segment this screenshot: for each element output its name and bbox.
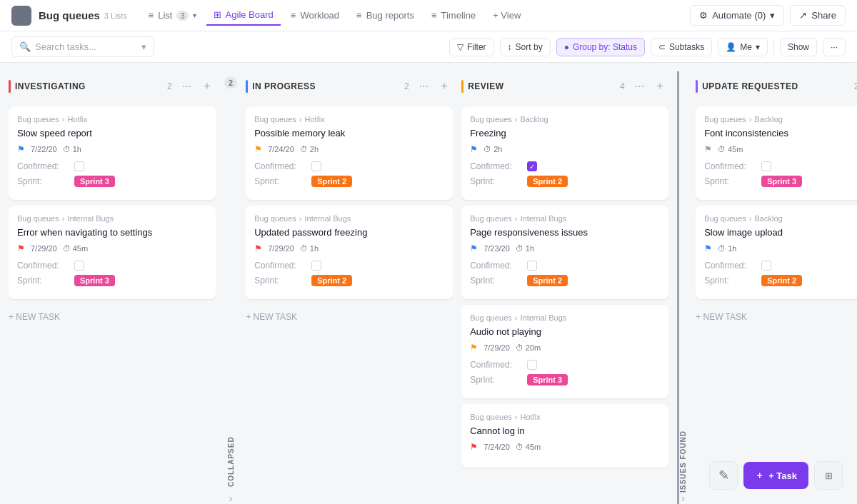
user-icon: 👤	[726, 42, 736, 52]
tab-workload[interactable]: ≡ Workload	[284, 6, 346, 25]
column-collapsed-in-progress[interactable]: 2 COLLAPSED ›	[224, 71, 237, 504]
column-in-progress: IN PROGRESS 2 ··· ＋ Bug queues › Hotfix …	[246, 71, 453, 504]
confirmed-label: Confirmed:	[470, 261, 521, 271]
card-slow-speed-report[interactable]: Bug queues › Hotfix Slow speed report ⚑ …	[9, 106, 216, 200]
confirmed-checkbox[interactable]: ✓	[527, 161, 537, 171]
column-color-investigating	[9, 80, 11, 93]
show-label: Show	[788, 42, 809, 52]
confirmed-checkbox[interactable]	[761, 161, 771, 171]
column-menu-review[interactable]: ···	[632, 79, 647, 94]
confirmed-checkbox[interactable]	[311, 161, 321, 171]
sort-label: Sort by	[516, 42, 543, 52]
card-font-inconsistencies[interactable]: Bug queues › Backlog Font inconsistencie…	[696, 106, 857, 200]
confirmed-checkbox[interactable]	[527, 360, 537, 370]
group-status-button[interactable]: ● Group by: Status	[556, 38, 645, 56]
column-count-in-progress: 2	[404, 81, 409, 91]
column-count-review: 4	[620, 81, 625, 91]
tab-timeline[interactable]: ≡ Timeline	[424, 6, 483, 25]
confirmed-checkbox[interactable]	[74, 261, 84, 271]
automate-chevron: ▾	[770, 10, 775, 21]
tab-workload-label: Workload	[300, 10, 339, 21]
grid-fab-button[interactable]: ⊞	[814, 461, 843, 490]
meta-time: ⏱ 20m	[516, 343, 541, 352]
card-cannot-log-in[interactable]: Bug queues › Hotfix Cannot log in ⚑ 7/24…	[461, 404, 668, 468]
confirmed-checkbox[interactable]	[761, 261, 771, 271]
sprint-badge: Sprint 2	[527, 275, 568, 286]
tab-list-label: List	[158, 10, 172, 21]
column-body-update-requested: Bug queues › Backlog Font inconsistencie…	[696, 106, 857, 504]
card-meta: ⚑ 7/22/20 ⏱ 1h	[17, 144, 207, 154]
meta-date: 7/29/20	[483, 343, 510, 352]
card-title: Possible memory leak	[254, 128, 444, 138]
card-title: Font inconsistencies	[704, 128, 857, 138]
issues-expand-icon: ›	[681, 493, 685, 504]
column-add-investigating[interactable]: ＋	[199, 77, 216, 95]
flag-icon: ⚑	[704, 144, 712, 154]
column-title-in-progress: IN PROGRESS	[252, 81, 400, 91]
card-sprint-field: Sprint: Sprint 2	[704, 275, 857, 286]
sort-button[interactable]: ↕ Sort by	[500, 38, 551, 56]
column-menu-in-progress[interactable]: ···	[416, 79, 431, 94]
me-button[interactable]: 👤 Me ▾	[718, 38, 768, 56]
column-collapsed-issues-found[interactable]: ISSUES FOUND ›	[677, 71, 687, 504]
confirmed-checkbox[interactable]	[74, 161, 84, 171]
search-chevron: ▾	[141, 41, 146, 52]
new-task-button-investigating[interactable]: + NEW TASK	[9, 308, 216, 326]
add-task-fab-button[interactable]: ＋ + Task	[743, 462, 808, 489]
automate-button[interactable]: ⚙ Automate (0) ▾	[690, 5, 784, 26]
card-responsiveness[interactable]: Bug queues › Internal Bugs Page responsi…	[461, 206, 668, 299]
meta-date: 7/24/20	[268, 145, 294, 153]
nav-tabs: ≡ List 3 ▾ ⊞ Agile Board ≡ Workload ≡ Bu…	[141, 5, 691, 26]
filter-label: Filter	[467, 42, 486, 52]
card-error-navigating[interactable]: Bug queues › Internal Bugs Error when na…	[9, 206, 216, 299]
app-icon	[11, 6, 31, 26]
confirmed-checkbox[interactable]	[311, 261, 321, 271]
card-meta: ⚑ 7/24/20 ⏱ 2h	[254, 144, 444, 154]
meta-time: ⏱ 2h	[483, 145, 502, 153]
card-audio-not-playing[interactable]: Bug queues › Internal Bugs Audio not pla…	[461, 305, 668, 398]
confirmed-checkbox[interactable]	[527, 261, 537, 271]
tab-bug-reports[interactable]: ≡ Bug reports	[349, 6, 421, 25]
share-button[interactable]: ↗ Share	[790, 5, 846, 26]
column-add-review[interactable]: ＋	[651, 77, 668, 95]
me-chevron: ▾	[756, 42, 760, 52]
show-button[interactable]: Show	[780, 38, 817, 56]
column-add-in-progress[interactable]: ＋	[436, 77, 453, 95]
automate-label: Automate (0)	[712, 10, 766, 21]
timeline-icon: ≡	[431, 10, 437, 21]
flag-icon: ⚑	[470, 243, 478, 253]
card-confirmed-field: Confirmed:	[17, 261, 207, 271]
board-container: INVESTIGATING 2 ··· ＋ Bug queues › Hotfi…	[0, 63, 857, 504]
card-password-freezing[interactable]: Bug queues › Internal Bugs Updated passw…	[246, 206, 453, 299]
card-memory-leak[interactable]: Bug queues › Hotfix Possible memory leak…	[246, 106, 453, 200]
card-freezing[interactable]: Bug queues › Backlog Freezing ⚑ ⏱ 2h Con…	[461, 106, 668, 200]
search-input[interactable]: 🔍 Search tasks... ▾	[11, 36, 154, 57]
card-sprint-field: Sprint: Sprint 3	[470, 374, 660, 385]
card-meta: ⚑ ⏱ 45m	[704, 144, 857, 154]
tab-list[interactable]: ≡ List 3 ▾	[141, 6, 204, 25]
new-task-button-in-progress[interactable]: + NEW TASK	[246, 308, 453, 326]
new-task-button-update-requested[interactable]: + NEW TASK	[696, 308, 857, 326]
sprint-label: Sprint:	[470, 176, 521, 186]
column-menu-investigating[interactable]: ···	[179, 79, 194, 94]
subtasks-button[interactable]: ⊂ Subtasks	[651, 38, 712, 56]
tab-add-view[interactable]: + View	[486, 6, 528, 25]
card-confirmed-field: Confirmed:	[17, 161, 207, 171]
sprint-badge: Sprint 2	[311, 176, 352, 187]
sprint-badge: Sprint 2	[761, 275, 802, 286]
more-button[interactable]: ···	[823, 38, 846, 56]
flag-icon: ⚑	[254, 144, 262, 154]
sprint-badge: Sprint 2	[527, 176, 568, 187]
filter-button[interactable]: ▽ Filter	[449, 38, 494, 56]
card-breadcrumb: Bug queues › Backlog	[470, 115, 660, 124]
card-breadcrumb: Bug queues › Internal Bugs	[254, 214, 444, 223]
column-investigating: INVESTIGATING 2 ··· ＋ Bug queues › Hotfi…	[9, 71, 216, 504]
sprint-label: Sprint:	[470, 276, 521, 286]
filter-icon: ▽	[457, 42, 463, 52]
confirmed-label: Confirmed:	[254, 161, 306, 171]
edit-fab-button[interactable]: ✎	[709, 461, 738, 490]
card-slow-image-upload[interactable]: Bug queues › Backlog Slow image upload ⚑…	[696, 206, 857, 299]
card-meta: ⚑ 7/23/20 ⏱ 1h	[470, 243, 660, 253]
tab-agile-board[interactable]: ⊞ Agile Board	[206, 5, 281, 26]
card-title: Slow image upload	[704, 227, 857, 238]
